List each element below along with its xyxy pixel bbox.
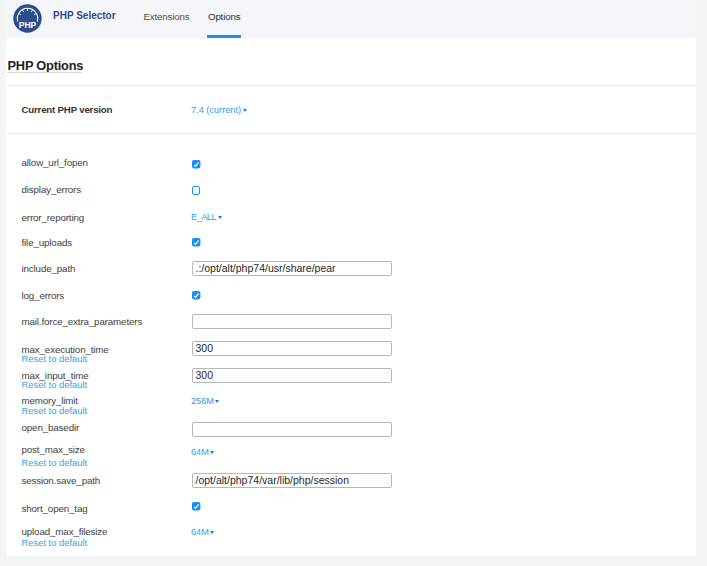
svg-text:PHP: PHP	[19, 20, 37, 30]
